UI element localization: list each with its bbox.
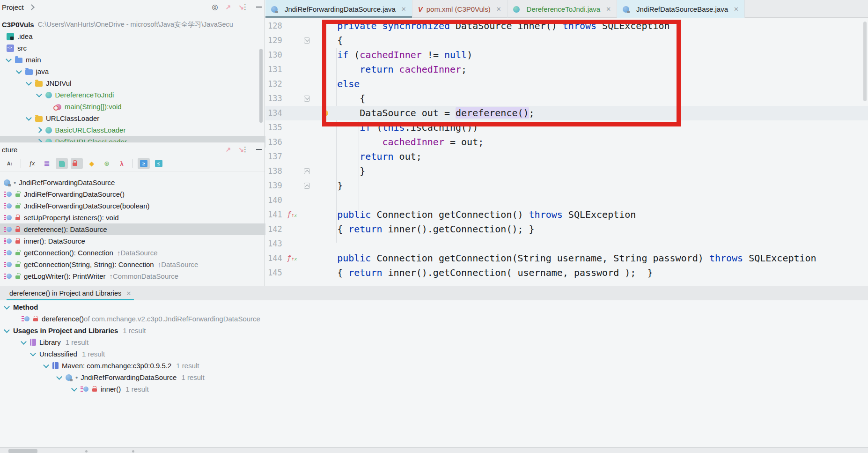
inherited-icon[interactable]: ⊛ bbox=[101, 158, 113, 169]
more-options-icon[interactable]: ⋮ bbox=[242, 145, 249, 154]
close-icon[interactable]: ✕ bbox=[401, 6, 406, 13]
fold-marker-icon[interactable] bbox=[304, 96, 310, 102]
project-tree-item[interactable]: java bbox=[0, 66, 275, 77]
project-tree-item[interactable]: DereferenceToJndi bbox=[0, 89, 295, 101]
line-number[interactable]: 143 bbox=[268, 237, 292, 251]
structure-member-row[interactable]: getConnection(String, String): Connectio… bbox=[0, 259, 269, 270]
editor-scrollbar[interactable] bbox=[863, 22, 867, 101]
close-icon[interactable]: ✕ bbox=[734, 6, 739, 13]
line-number[interactable]: 136 bbox=[268, 135, 292, 149]
line-number[interactable]: 134 bbox=[268, 106, 292, 120]
code-line[interactable]: 141ƒ↑xpublic Connection getConnection() … bbox=[265, 208, 868, 222]
hide-panel-icon[interactable] bbox=[256, 7, 262, 7]
line-number[interactable]: 128 bbox=[268, 19, 292, 33]
editor-tab[interactable]: DereferenceToJndi.java✕ bbox=[508, 0, 618, 18]
line-number[interactable]: 130 bbox=[268, 48, 292, 62]
public-lock-icon bbox=[15, 193, 20, 197]
expand-with-icon[interactable]: ≤ bbox=[153, 158, 165, 169]
overriding-method-icon[interactable]: ƒ↑x bbox=[287, 208, 297, 223]
structure-member-row[interactable]: getConnection(): Connection↑DataSource bbox=[0, 247, 269, 259]
structure-member-row[interactable]: •JndiRefForwardingDataSource bbox=[0, 177, 269, 188]
code-line[interactable]: 144ƒ↑xpublic Connection getConnection(St… bbox=[265, 251, 868, 266]
tag-icon[interactable] bbox=[56, 158, 68, 169]
chevron-down-icon[interactable] bbox=[29, 4, 35, 10]
fold-marker-icon[interactable] bbox=[304, 183, 310, 189]
usage-tree-row[interactable]: Method bbox=[0, 301, 544, 313]
line-number[interactable]: 142 bbox=[268, 222, 292, 237]
status-bar-button[interactable] bbox=[8, 449, 37, 453]
usage-tree-row[interactable]: •JndiRefForwardingDataSource1 result bbox=[0, 371, 596, 383]
code-line[interactable]: 136cachedInner = out; bbox=[265, 135, 868, 149]
close-icon[interactable]: ✕ bbox=[126, 290, 131, 297]
structure-member-row[interactable]: inner(): DataSource bbox=[0, 235, 269, 247]
show-non-public-icon[interactable] bbox=[71, 158, 83, 169]
structure-member-row[interactable]: dereference(): DataSource bbox=[0, 223, 269, 235]
code-line[interactable]: 145{ return inner().getConnection( usern… bbox=[265, 266, 868, 280]
line-number[interactable]: 131 bbox=[268, 62, 292, 77]
line-number[interactable]: 138 bbox=[268, 164, 292, 178]
line-number[interactable]: 140 bbox=[268, 193, 292, 208]
structure-member-row[interactable]: getLogWriter(): PrintWriter↑CommonDataSo… bbox=[0, 270, 269, 282]
line-number[interactable]: 135 bbox=[268, 120, 292, 135]
project-tree-item[interactable]: .idea bbox=[0, 30, 265, 42]
sort-alphabetically-icon[interactable]: A↕ bbox=[4, 158, 16, 169]
usage-tree-row[interactable]: Maven: com.mchange:c3p0:0.9.5.21 result bbox=[0, 360, 583, 371]
show-anonymous-classes-icon[interactable]: ≣ bbox=[41, 158, 53, 169]
code-line[interactable]: 140 bbox=[265, 193, 868, 208]
project-scrollbar[interactable] bbox=[259, 49, 263, 123]
editor-tab[interactable]: Vpom.xml (C3P0Vuls)✕ bbox=[412, 0, 508, 18]
editor-tab[interactable]: JndiRefForwardingDataSource.java✕ bbox=[265, 0, 412, 18]
code-line[interactable]: 143 bbox=[265, 237, 868, 251]
structure-member-label: getConnection(String, String): Connectio… bbox=[24, 260, 154, 268]
editor-tab[interactable]: JndiRefDataSourceBase.java✕ bbox=[617, 0, 745, 18]
find-usages-tab[interactable]: dereference() in Project and Libraries ✕ bbox=[5, 286, 136, 300]
usage-tree-row[interactable]: Unclassified1 result bbox=[0, 348, 570, 360]
fold-marker-icon[interactable] bbox=[304, 168, 310, 174]
project-tree-item[interactable]: src bbox=[0, 42, 265, 54]
code-line[interactable]: 139} bbox=[265, 178, 868, 193]
editor-tab-bar: JndiRefForwardingDataSource.java✕Vpom.xm… bbox=[265, 0, 868, 18]
code-line[interactable]: 142{ return inner().getConnection(); } bbox=[265, 222, 868, 237]
line-number[interactable]: 129 bbox=[268, 33, 292, 48]
usage-tree-row[interactable]: inner()1 result bbox=[0, 383, 611, 395]
class-icon bbox=[45, 92, 52, 98]
chevron-down-icon bbox=[26, 115, 32, 121]
expand-icon[interactable]: ↗ bbox=[226, 3, 231, 11]
fold-marker-icon[interactable] bbox=[304, 37, 310, 44]
line-number[interactable]: 132 bbox=[268, 77, 292, 91]
project-tree-item[interactable]: JNDIVul bbox=[0, 77, 285, 89]
project-tree-item[interactable]: BasicURLClassLoader bbox=[0, 124, 295, 136]
line-number[interactable]: 145 bbox=[268, 266, 292, 280]
chevron-down-icon bbox=[16, 68, 22, 74]
method-icon bbox=[4, 274, 13, 279]
line-number[interactable]: 137 bbox=[268, 149, 292, 164]
expand-icon[interactable]: ↗ bbox=[226, 146, 231, 153]
structure-member-row[interactable]: JndiRefForwardingDataSource(boolean) bbox=[0, 200, 269, 212]
sort-by-visibility-icon[interactable]: ≥ bbox=[138, 158, 150, 169]
locate-file-icon[interactable]: ◎ bbox=[212, 3, 218, 11]
properties-icon[interactable]: ◆ bbox=[86, 158, 98, 169]
chevron-down-icon bbox=[43, 362, 49, 368]
structure-member-row[interactable]: setUpPropertyListeners(): void bbox=[0, 212, 269, 223]
status-bar bbox=[0, 447, 868, 453]
usage-tree-row[interactable]: Library1 result bbox=[0, 336, 561, 348]
more-options-icon[interactable]: ⋮ bbox=[242, 3, 249, 11]
project-tree-item[interactable]: main bbox=[0, 54, 265, 66]
line-number[interactable]: 133 bbox=[268, 91, 292, 106]
hide-panel-icon[interactable] bbox=[256, 149, 262, 150]
close-icon[interactable]: ✕ bbox=[496, 6, 501, 13]
project-root-row[interactable]: C3P0Vuls C:\Users\VanHurts\OneDrive - mi… bbox=[0, 19, 260, 30]
result-count-label: 1 result bbox=[176, 362, 199, 370]
project-tree-item[interactable]: URLClassLoader bbox=[0, 112, 285, 124]
usage-tree-row[interactable]: dereference() of com.mchange.v2.c3p0.Jnd… bbox=[0, 313, 561, 325]
close-icon[interactable]: ✕ bbox=[606, 6, 611, 13]
code-line[interactable]: 138} bbox=[265, 164, 868, 178]
usage-tree-row[interactable]: Usages in Project and Libraries1 result bbox=[0, 325, 544, 336]
structure-member-row[interactable]: JndiRefForwardingDataSource() bbox=[0, 188, 269, 200]
method-icon bbox=[4, 227, 13, 232]
overriding-method-icon[interactable]: ƒ↑x bbox=[287, 251, 297, 267]
line-number[interactable]: 139 bbox=[268, 178, 292, 193]
code-line[interactable]: 137return out; bbox=[265, 149, 868, 164]
show-fields-icon[interactable]: ƒx bbox=[26, 158, 38, 169]
lambda-icon[interactable]: λ bbox=[116, 158, 128, 169]
